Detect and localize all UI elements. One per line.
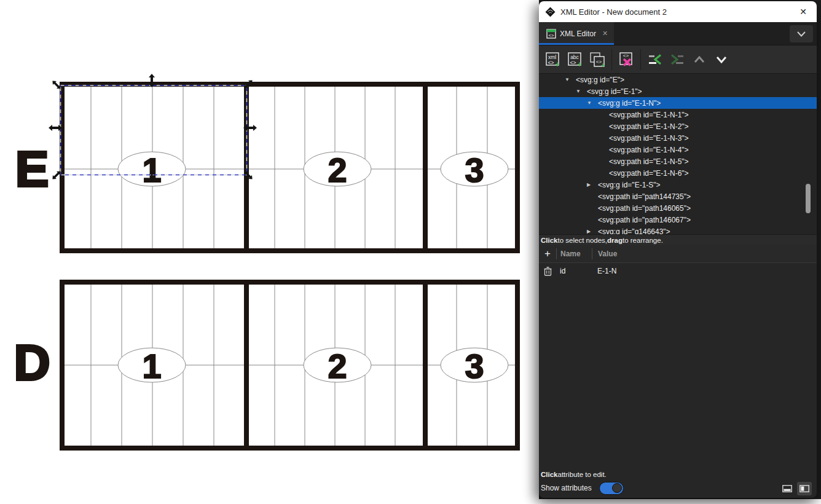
dialog-title: XML Editor - New document 2 xyxy=(560,7,667,17)
tree-node-label: <svg:path id="path144735"> xyxy=(598,192,691,201)
expander-icon[interactable]: ▶ xyxy=(587,182,598,187)
hint-text: Click xyxy=(541,471,558,478)
svg-text:+: + xyxy=(601,61,605,68)
screen: E 1 2 xyxy=(0,0,821,504)
section-number[interactable]: 2 xyxy=(328,347,347,385)
unindent-node-icon xyxy=(646,51,664,68)
hint-text: to rearrange. xyxy=(623,237,663,244)
tree-node[interactable]: ▼ <svg:g id="E-1"> xyxy=(539,85,817,97)
active-tab-underline xyxy=(539,43,614,45)
row-letter-d[interactable]: D xyxy=(14,334,50,390)
row-letter-e[interactable]: E xyxy=(15,141,49,197)
hint-text: drag xyxy=(607,237,623,244)
add-attribute-button[interactable]: + xyxy=(539,248,556,260)
dialog-titlebar[interactable]: XML Editor - New document 2 ✕ xyxy=(539,1,817,22)
duplicate-node-icon: <> + xyxy=(589,51,606,68)
hint-text: to select nodes, xyxy=(558,237,608,244)
tree-node-label: <svg:g id="E"> xyxy=(576,76,624,84)
tree-hint: Click to select nodes, drag to rearrange… xyxy=(539,234,817,245)
expander-icon[interactable]: ▼ xyxy=(565,77,576,82)
tree-node-label: <svg:path id="path146067"> xyxy=(598,216,691,224)
name-column-header: Name xyxy=(557,250,592,258)
section-number[interactable]: 1 xyxy=(142,347,161,385)
vertical-split-icon xyxy=(799,485,809,492)
section-number[interactable]: 3 xyxy=(465,347,484,385)
svg-text:<>: <> xyxy=(570,59,576,65)
xml-editor-tab-icon: <> xyxy=(546,29,556,39)
new-element-node-button[interactable]: xml <> + xyxy=(544,50,562,69)
tree-node[interactable]: ▶ <svg:g id="E-1-S"> xyxy=(539,179,817,191)
toolbar-separator xyxy=(611,49,612,70)
section-number[interactable]: 3 xyxy=(465,151,484,189)
attribute-value[interactable]: E-1-N xyxy=(592,267,817,275)
chevron-down-icon xyxy=(713,51,730,68)
row-d-drawing[interactable]: D 1 2 3 xyxy=(14,282,517,448)
tree-node-label: <svg:path id="E-1-N-3"> xyxy=(609,134,689,143)
hint-text: Click xyxy=(541,237,558,244)
indent-node-button[interactable] xyxy=(668,50,686,69)
tree-node[interactable]: <svg:path id="path146065"> xyxy=(539,202,817,214)
svg-text:<>: <> xyxy=(623,53,629,58)
tab-close-icon[interactable]: ✕ xyxy=(602,30,608,37)
value-column-header: Value xyxy=(592,250,817,258)
tree-node[interactable]: ▼ <svg:g id="E"> xyxy=(539,74,817,85)
duplicate-node-button[interactable]: <> + xyxy=(588,50,607,69)
new-text-node-icon: abc <> + xyxy=(567,51,584,68)
xml-node-tree[interactable]: ▼ <svg:g id="E"> ▼ <svg:g id="E-1"> ▼ <s… xyxy=(539,74,817,234)
move-node-up-button[interactable] xyxy=(690,50,709,69)
delete-node-icon: <> xyxy=(618,51,635,68)
section-number[interactable]: 2 xyxy=(328,151,347,189)
delete-attribute-button[interactable] xyxy=(539,267,556,276)
tab-label: XML Editor xyxy=(560,30,596,38)
unindent-node-button[interactable] xyxy=(646,50,664,69)
new-text-node-button[interactable]: abc <> + xyxy=(566,50,584,69)
chevron-down-icon xyxy=(797,31,806,37)
close-icon[interactable]: ✕ xyxy=(796,7,811,17)
inkscape-canvas[interactable]: E 1 2 xyxy=(0,0,538,504)
dialog-footer: Show attributes xyxy=(539,481,817,498)
tree-node-label: <svg:g id="E-1"> xyxy=(587,87,642,96)
expander-icon[interactable]: ▼ xyxy=(576,89,587,94)
tree-node[interactable]: <svg:path id="E-1-N-4"> xyxy=(539,144,817,156)
row-e-drawing[interactable]: E 1 2 xyxy=(15,84,517,251)
delete-node-button[interactable]: <> xyxy=(617,50,635,69)
panel-layout-buttons xyxy=(780,482,812,495)
tab-list-dropdown-button[interactable] xyxy=(790,25,813,42)
new-element-node-icon: xml <> + xyxy=(544,51,562,68)
tree-node[interactable]: <svg:path id="E-1-N-6"> xyxy=(539,167,817,179)
attribute-row[interactable]: id E-1-N xyxy=(539,263,817,279)
tree-node[interactable]: <svg:path id="E-1-N-1"> xyxy=(539,109,817,120)
tree-node[interactable]: ▶ <svg:g id="g146643"> xyxy=(539,226,817,234)
tree-node-label: <svg:g id="g146643"> xyxy=(598,227,670,235)
vertical-layout-button[interactable] xyxy=(797,482,812,495)
tree-node[interactable]: <svg:path id="E-1-N-5"> xyxy=(539,156,817,167)
xml-editor-dialog: XML Editor - New document 2 ✕ <> XML Edi… xyxy=(539,1,817,498)
show-attributes-label: Show attributes xyxy=(541,484,592,492)
tab-xml-editor[interactable]: <> XML Editor ✕ xyxy=(539,22,614,45)
tree-node-label: <svg:path id="E-1-N-2"> xyxy=(609,122,689,131)
section-badges-e[interactable]: 1 2 3 xyxy=(118,151,508,189)
svg-text:<>: <> xyxy=(549,32,554,37)
trash-icon xyxy=(544,267,552,276)
show-attributes-toggle[interactable] xyxy=(599,482,624,495)
inkscape-logo-icon xyxy=(545,7,556,17)
tree-node[interactable]: <svg:path id="path146067"> xyxy=(539,214,817,226)
horizontal-layout-button[interactable] xyxy=(780,482,795,495)
expander-icon[interactable]: ▼ xyxy=(587,100,598,106)
tree-node-label: <svg:path id="E-1-N-5"> xyxy=(609,157,689,166)
move-node-down-button[interactable] xyxy=(712,50,731,69)
tree-node-label: <svg:path id="E-1-N-4"> xyxy=(609,146,689,154)
tree-scrollbar[interactable] xyxy=(806,184,811,213)
tree-node-label: <svg:path id="E-1-N-6"> xyxy=(609,169,689,178)
tree-node[interactable]: <svg:path id="E-1-N-3"> xyxy=(539,132,817,144)
section-badges-d[interactable]: 1 2 3 xyxy=(118,347,508,385)
attribute-name[interactable]: id xyxy=(556,267,592,275)
tree-node-selected[interactable]: ▼ <svg:g id="E-1-N"> xyxy=(539,97,817,109)
tree-node[interactable]: <svg:path id="E-1-N-2"> xyxy=(539,120,817,132)
tree-node[interactable]: <svg:path id="path144735"> xyxy=(539,191,817,202)
indent-node-icon xyxy=(669,51,686,68)
section-number[interactable]: 1 xyxy=(142,151,161,189)
tree-node-label: <svg:g id="E-1-N"> xyxy=(598,99,661,108)
expander-icon[interactable]: ▶ xyxy=(587,229,598,234)
xml-toolbar: xml <> + abc <> + <> + xyxy=(539,45,817,74)
